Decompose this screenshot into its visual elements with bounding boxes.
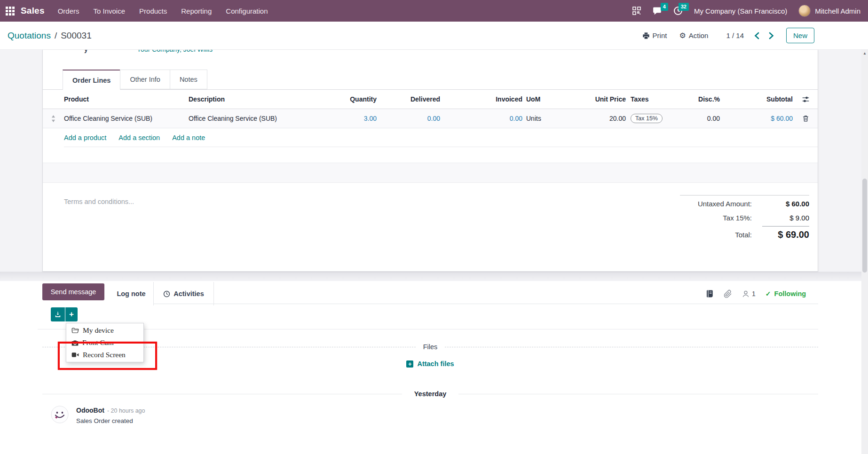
nav-item-products[interactable]: Products [139,7,167,15]
activities-button[interactable]: Activities [154,282,214,305]
messages-badge: 4 [661,3,668,11]
col-delivered[interactable]: Delivered [377,95,440,103]
odoo-sales-screen: Sales Orders To Invoice Products Reporti… [0,0,868,454]
followers-button[interactable]: 1 [742,290,756,298]
list-add-links: Add a product Add a section Add a note [64,128,818,147]
attachments-icon[interactable] [724,290,732,298]
tab-notes[interactable]: Notes [170,70,207,89]
add-a-product-link[interactable]: Add a product [64,134,106,141]
tab-other-info[interactable]: Other Info [120,70,170,89]
cell-product[interactable]: Office Cleaning Service (SUB) [64,115,189,122]
col-description[interactable]: Description [189,95,306,103]
cell-quantity[interactable]: 3.00 [306,115,377,122]
control-panel-actions: Print ⚙ Action 1 / 14 New [642,28,868,43]
app-name[interactable]: Sales [21,6,45,16]
pager-arrows [754,32,774,39]
drag-handle-icon[interactable] [43,115,64,122]
col-subtotal[interactable]: Subtotal [720,95,793,103]
col-uom[interactable]: UoM [522,95,579,103]
scrollbar-thumb[interactable] [862,179,867,273]
apps-grid-icon[interactable] [6,7,15,16]
activities-badge: 32 [679,3,689,11]
col-quantity[interactable]: Quantity [306,95,377,103]
col-product[interactable]: Product [64,95,189,103]
cell-uom[interactable]: Units [522,115,579,122]
log-note-button[interactable]: Log note [109,282,154,305]
message-author[interactable]: OdooBot [76,407,104,414]
scrollbar-up-arrow-icon[interactable]: ▲ [861,51,868,55]
empty-list-row [43,163,818,183]
total-divider [762,226,809,227]
cell-subtotal: $ 60.00 [720,115,793,122]
menu-item-label: Front Cam [82,338,114,347]
new-button[interactable]: New [786,28,814,43]
pager-next-icon[interactable] [769,32,774,39]
cell-invoiced[interactable]: 0.00 [440,115,522,122]
print-label: Print [653,31,667,39]
nav-item-to-invoice[interactable]: To Invoice [94,7,126,15]
clipped-field-value: Your Company, Joel Willis [137,50,213,53]
attach-files-button[interactable]: + Attach files [42,360,818,368]
menu-item-front-cam[interactable]: Front Cam [66,337,143,349]
notebook-tabs: Order Lines Other Info Notes [63,70,207,90]
following-button[interactable]: ✓ Following [765,290,806,297]
terms-placeholder[interactable]: Terms and conditions... [64,198,134,205]
clock-icon [163,290,170,297]
breadcrumb-quotations-link[interactable]: Quotations [8,31,51,41]
cell-delivered[interactable]: 0.00 [377,115,440,122]
order-lines-header: Product Description Quantity Delivered I… [43,89,818,109]
nav-left: Sales Orders To Invoice Products Reporti… [0,6,268,16]
message-header: OdooBot - 20 hours ago [76,407,145,414]
control-panel: Quotations / S00031 Print ⚙ Action 1 / 1… [0,22,868,50]
nav-item-configuration[interactable]: Configuration [226,7,268,15]
print-button[interactable]: Print [642,31,667,39]
message-timestamp: - 20 hours ago [107,407,145,414]
app-switcher[interactable]: Sales [6,6,45,16]
total-value: $ 69.00 [758,229,809,240]
files-divider-line-right [445,347,818,347]
cell-disc[interactable]: 0.00 [668,115,720,122]
nav-item-orders[interactable]: Orders [58,7,79,15]
cell-description[interactable]: Office Cleaning Service (SUB) [189,115,306,122]
video-camera-icon [71,352,79,358]
followers-count: 1 [752,290,756,297]
untaxed-amount-value: $ 60.00 [758,200,809,208]
untaxed-amount-row: Untaxed Amount: $ 60.00 [680,197,809,210]
add-attachment-button[interactable]: + [65,307,78,321]
action-button[interactable]: ⚙ Action [679,31,708,39]
col-disc[interactable]: Disc.% [668,95,720,103]
tab-order-lines[interactable]: Order Lines [63,70,120,90]
date-divider-line-right [458,394,818,394]
barcode-icon[interactable] [632,7,641,15]
activities-clock-icon[interactable]: 32 [673,6,683,16]
col-invoiced[interactable]: Invoiced [440,95,522,103]
top-nav-bar: Sales Orders To Invoice Products Reporti… [0,0,868,22]
delete-row-icon[interactable] [793,115,819,122]
add-a-note-link[interactable]: Add a note [172,134,205,141]
odoobot-avatar [51,406,69,423]
col-taxes[interactable]: Taxes [626,95,668,103]
total-label: Total: [735,231,752,239]
user-avatar[interactable] [798,5,811,17]
send-message-button[interactable]: Send message [42,283,104,300]
upload-file-button[interactable] [51,307,65,321]
tax-badge[interactable]: Tax 15% [631,114,663,123]
user-menu[interactable]: Mitchell Admin [798,5,860,17]
messages-icon[interactable]: 4 [652,6,662,16]
add-a-section-link[interactable]: Add a section [118,134,160,141]
log-notes-icon[interactable] [705,290,714,298]
vertical-scrollbar[interactable]: ▲ [861,50,868,454]
cell-unit-price[interactable]: 20.00 [579,115,626,122]
table-row[interactable]: Office Cleaning Service (SUB) Office Cle… [43,109,818,128]
optional-columns-icon[interactable] [793,96,819,103]
cell-taxes[interactable]: Tax 15% [626,114,668,123]
quotation-form-card: y Your Company, Joel Willis Order Lines … [42,50,818,272]
menu-item-label: My device [83,326,114,335]
menu-item-record-screen[interactable]: Record Screen [66,349,143,361]
company-switcher[interactable]: My Company (San Francisco) [694,7,787,15]
menu-item-my-device[interactable]: My device [66,324,143,337]
following-label: Following [774,290,806,297]
pager-previous-icon[interactable] [754,32,759,39]
nav-item-reporting[interactable]: Reporting [181,7,212,15]
col-unit-price[interactable]: Unit Price [579,95,626,103]
